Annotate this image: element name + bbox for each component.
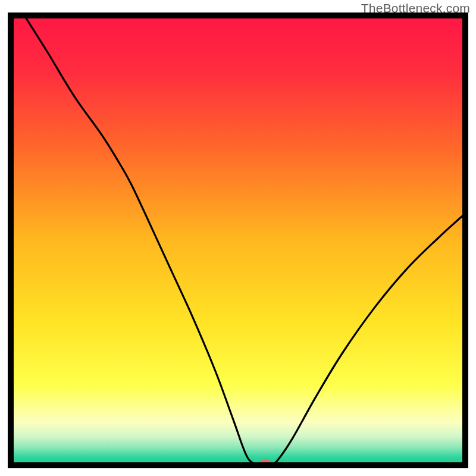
bottleneck-chart	[0, 0, 476, 476]
chart-container: TheBottleneck.com	[0, 0, 476, 476]
watermark-text: TheBottleneck.com	[361, 1, 470, 15]
plot-background	[11, 15, 465, 465]
